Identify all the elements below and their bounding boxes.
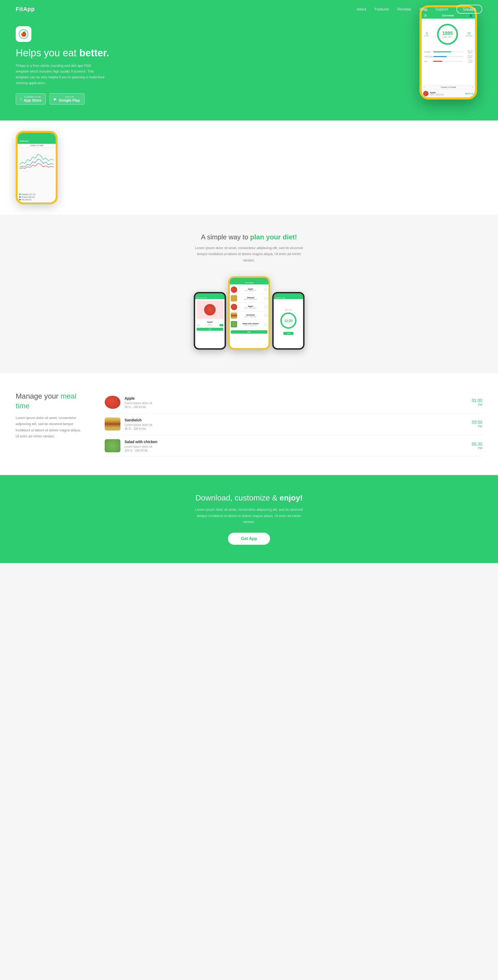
appstore-main-text: App Store <box>24 98 41 102</box>
meal-sandwich-image <box>105 417 121 431</box>
nav-features[interactable]: Features <box>374 7 389 11</box>
navigation: FitApp About Features Reviews Blog Suppo… <box>0 0 498 18</box>
nav-reviews[interactable]: Reviews <box>397 7 411 11</box>
playstore-top-text: Get it on <box>59 95 80 98</box>
food-list-row: Apple 30 G - 189 KCAL <box>231 303 268 312</box>
meal-text-block: Manage your meal time Lorem ipsum dolor … <box>16 391 84 439</box>
chart-phone-body: Statistics ‹ TODAY, 07 MAR › <box>17 133 56 202</box>
meal-item-apple: Apple Lorem ipsum dolor sit 35 G - 189 K… <box>105 391 482 413</box>
footer-get-app-button[interactable]: Get App <box>228 533 270 545</box>
features-description: Lorem ipsum dolor sit amet, consectetur … <box>192 245 307 263</box>
food-list-item: Apple 90 G - 189 KCAL 08:15 AM <box>422 90 475 97</box>
playstore-button[interactable]: ▶ Get it on Google Play <box>49 93 84 105</box>
feature-phones: Add new meal Apple − 100 G + Add <box>16 276 482 350</box>
playstore-main-text: Google Play <box>59 98 80 102</box>
meal-item-salad: Salad with chicken Lorem ipsum dolor sit… <box>105 435 482 457</box>
nav-get-app-button[interactable]: Get App <box>457 5 482 14</box>
phone-content-area: 3 EATEN 1895 KCAL LEFT 77 BURNED <box>422 19 475 85</box>
store-buttons:  Available on the App Store ▶ Get it on… <box>16 93 109 105</box>
meal-items-list: Apple Lorem ipsum dolor sit 35 G - 189 K… <box>105 391 482 457</box>
appstore-button[interactable]:  Available on the App Store <box>16 93 46 105</box>
food-time: 08:15 AM <box>465 92 473 95</box>
food-list-row: Sandwich 35 G - 189 KCAL <box>231 312 268 320</box>
meal-section: Manage your meal time Lorem ipsum dolor … <box>0 373 498 475</box>
food-list-row: Oatmeal 225 G - 189 KCAL <box>231 294 268 303</box>
legend-item-calories: Calories 171.1 G <box>19 194 54 196</box>
nav-blog[interactable]: Blog <box>419 7 427 11</box>
legend-item-fat: Fat 143.5 G <box>19 199 54 200</box>
meal-description: Lorem ipsum dolor sit amet, consectetur … <box>16 415 84 439</box>
phone-body: 9:41⚡ 100% ☰ Overview 👤 3 EATEN <box>422 7 475 97</box>
footer-description: Lorem ipsum dolor sit amet, consectetur … <box>192 506 307 525</box>
features-title: A simple way to plan your diet! <box>16 233 482 241</box>
chart-phone-mockup: Statistics ‹ TODAY, 07 MAR › <box>16 131 57 204</box>
feature-phone-1: Add new meal Apple − 100 G + Add <box>193 292 226 350</box>
legend-item-protein: Protein 162.0 G <box>19 196 54 198</box>
food-list-row: Salad with chicken 225 G - 189 KCAL <box>231 320 268 329</box>
feature-phone-3: Add new meal Meal time 12:20 Add <box>272 292 305 350</box>
meal-item-details: Sandwich Lorem ipsum dolor sit 35 G - 18… <box>125 418 460 430</box>
chart-legend: Calories 171.1 G Protein 162.0 G Fat 143… <box>17 192 56 202</box>
footer-cta-section: Download, customize & enjoy! Lorem ipsum… <box>0 475 498 563</box>
nav-logo: FitApp <box>16 6 35 13</box>
svg-text:🍎: 🍎 <box>21 31 27 37</box>
meal-item-time: 03:00 PM <box>464 420 482 428</box>
chart-section: Statistics ‹ TODAY, 07 MAR › <box>0 121 498 215</box>
meal-item-details: Salad with chicken Lorem ipsum dolor sit… <box>125 440 460 452</box>
appstore-top-text: Available on the <box>24 95 41 98</box>
statistics-chart <box>19 149 54 170</box>
nav-about[interactable]: About <box>357 7 366 11</box>
calorie-circle: 1895 KCAL LEFT <box>437 24 458 45</box>
chart-status-bar <box>17 133 56 137</box>
hero-description: FitApp is a free calorie counting and di… <box>16 63 105 86</box>
apple-icon:  <box>20 97 22 101</box>
phone-case: 9:41⚡ 100% ☰ Overview 👤 3 EATEN <box>419 5 477 100</box>
chart-nav: ‹ TODAY, 07 MAR › <box>17 144 56 148</box>
chart-phone-screen: Statistics ‹ TODAY, 07 MAR › <box>17 133 56 202</box>
hero-title: Helps you eat better. <box>16 47 109 59</box>
phone-screen: 9:41⚡ 100% ☰ Overview 👤 3 EATEN <box>422 7 475 97</box>
food-details: Apple 90 G - 189 KCAL <box>430 91 463 95</box>
meal-salad-image <box>105 439 121 452</box>
chart-display-area <box>17 148 56 192</box>
app-icon: 🍎 <box>16 26 32 42</box>
hero-phone-mockup: 9:41⚡ 100% ☰ Overview 👤 3 EATEN <box>419 5 477 100</box>
meal-item-sandwich: Sandwich Lorem ipsum dolor sit 35 G - 18… <box>105 413 482 435</box>
food-list-row: Apple 30 G - 189 KCAL <box>231 285 268 294</box>
meal-apple-image <box>105 396 121 409</box>
hero-content: 🍎 Helps you eat better. FitApp is a free… <box>16 26 109 105</box>
meal-item-time: 01:00 PM <box>464 398 482 406</box>
food-image <box>423 91 428 96</box>
play-icon: ▶ <box>54 97 57 101</box>
meal-item-time: 05:30 PM <box>464 442 482 450</box>
nav-support[interactable]: Support <box>435 7 448 11</box>
footer-title: Download, customize & enjoy! <box>16 493 482 502</box>
meal-item-details: Apple Lorem ipsum dolor sit 35 G - 189 K… <box>125 396 460 409</box>
feature-phone-2: ← Favourites + Apple 30 G - 189 KCAL <box>228 276 270 350</box>
meal-title: Manage your meal time <box>16 391 84 410</box>
progress-bars: CARBS 207 G LEFT PROTEIN 117 G LEFT FAT <box>424 48 473 66</box>
features-section: A simple way to plan your diet! Lorem ip… <box>0 215 498 373</box>
chart-header: Statistics <box>17 137 56 144</box>
date-bar: ‹ TODAY, 07 MAR › <box>422 85 475 90</box>
